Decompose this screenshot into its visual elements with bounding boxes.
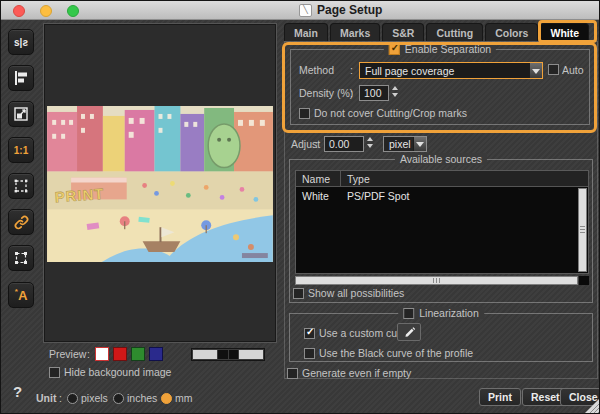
link-icon[interactable] [8,209,34,235]
enable-separation-checkbox[interactable] [389,44,400,55]
close-window-button[interactable] [13,5,25,17]
actual-size-icon[interactable]: 1:1 [8,137,34,163]
unit-radio-inches[interactable] [113,393,124,404]
hide-background-checkbox[interactable] [49,367,60,378]
tab-colors[interactable]: Colors [485,23,538,41]
horizontal-scrollbar[interactable] [295,276,578,285]
adjust-input[interactable]: 0.00 [324,136,364,152]
no-cover-row: Do not cover Cutting/Crop marks [299,107,467,119]
tab-sr[interactable]: S&R [382,23,424,41]
unit-radio-mm[interactable] [161,393,172,404]
fit-to-page-icon[interactable] [8,173,34,199]
title-bar: ╲ Page Setup [1,1,600,20]
preview-swatch-green[interactable] [131,347,145,361]
actual-size-glyph: 1:1 [14,145,28,156]
sources-groupbox: Available sources Name Type White PS/PDF… [289,159,593,303]
scrollbar-corner [579,276,589,285]
density-stepper[interactable] [392,86,398,97]
document-proxy-icon: ╲ [299,4,312,17]
column-name: Name [296,173,340,185]
stepper-down-icon [392,93,398,97]
scrollbar-grip [580,226,585,234]
colon: : [59,392,62,404]
scrollbar-grip [433,278,442,283]
stepper-up-icon [367,137,373,141]
black-curve-checkbox[interactable] [304,348,315,359]
generate-checkbox[interactable] [287,368,298,379]
selection-handles-icon[interactable] [8,245,34,271]
sources-group-title: Available sources [395,153,487,165]
chevron-down-icon [529,63,542,78]
adjust-stepper[interactable] [367,137,373,148]
stepper-up-icon [392,86,398,90]
preview-label: Preview [49,348,86,360]
hide-background-label: Hide backgound image [64,366,171,378]
page-setup-dialog: ╲ Page Setup s|ƨ 1:1 [0,0,600,414]
unit-pixels-label: pixels [81,392,108,404]
zoom-window-button[interactable] [67,5,79,17]
bar-segment-light [193,350,217,359]
generate-label: Generate even if empty [302,367,411,379]
mirror-text-icon[interactable]: * A [8,282,34,308]
colon: : [315,138,318,150]
enable-separation-label: Enable Separation [405,43,491,55]
tab-white[interactable]: White [540,23,589,41]
auto-label: Auto [562,64,584,76]
no-cover-checkbox[interactable] [299,108,310,119]
align-icon[interactable] [8,65,34,91]
sources-table-header: Name Type [296,171,588,187]
bar-segment-light [239,350,263,359]
edit-curve-button[interactable] [397,323,421,341]
tab-main[interactable]: Main [284,23,328,41]
mirror-horizontal-icon[interactable]: s|ƨ [8,29,34,55]
preview-swatch-white[interactable] [95,347,109,361]
print-button[interactable]: Print [479,388,521,406]
tab-cutting[interactable]: Cutting [426,23,483,41]
separation-group-title: Enable Separation [384,43,496,55]
source-name: White [296,190,340,202]
auto-checkbox[interactable] [548,64,559,75]
adjust-unit-value: pixel [384,138,413,150]
linearization-label: Linearization [419,307,479,319]
preview-swatch-red[interactable] [113,347,127,361]
density-input[interactable]: 100 [359,85,389,101]
window-title: Page Setup [317,3,382,17]
selection-handles-glyph [12,249,30,267]
scale-glyph [12,105,30,123]
table-row[interactable]: White PS/PDF Spot [296,188,576,203]
no-cover-label: Do not cover Cutting/Crop marks [314,107,467,119]
preview-swatch-blue[interactable] [149,347,163,361]
vertical-scrollbar[interactable] [578,188,587,272]
fit-to-page-glyph [12,177,30,195]
unit-label: Unit [36,392,56,404]
help-button[interactable]: ? [13,383,22,400]
linearization-group-title: Linearization [398,307,484,319]
pencil-icon [403,326,416,339]
method-dropdown[interactable]: Full page coverage [359,62,543,79]
sources-title: Available sources [400,153,482,165]
colon: : [350,87,353,99]
sources-table: Name Type White PS/PDF Spot [295,170,589,274]
custom-curve-row: Use a custom curve [304,327,412,339]
preview-panel: PRINT [43,23,277,343]
method-label: Method [299,64,334,76]
chevron-down-icon [413,137,426,151]
preview-illustration: PRINT [47,106,273,262]
hide-background-row: Hide backgound image [49,366,171,378]
minimize-window-button[interactable] [40,5,52,17]
link-glyph [13,214,30,231]
show-all-checkbox[interactable] [293,288,304,299]
generate-row: Generate even if empty [287,367,411,379]
mirrored-a-glyph: A [18,288,27,303]
resize-grip[interactable] [585,399,599,413]
adjust-unit-dropdown[interactable]: pixel [383,136,427,152]
show-all-label: Show all possibilities [308,287,404,299]
custom-curve-checkbox[interactable] [304,328,315,339]
tab-marks[interactable]: Marks [330,23,380,41]
bar-segment-dark [229,350,238,359]
unit-radio-pixels[interactable] [67,393,78,404]
unit-inches-label: inches [127,392,157,404]
linearization-checkbox[interactable] [403,308,414,319]
scale-icon[interactable] [8,101,34,127]
grayscale-preview-bar[interactable] [191,348,265,361]
